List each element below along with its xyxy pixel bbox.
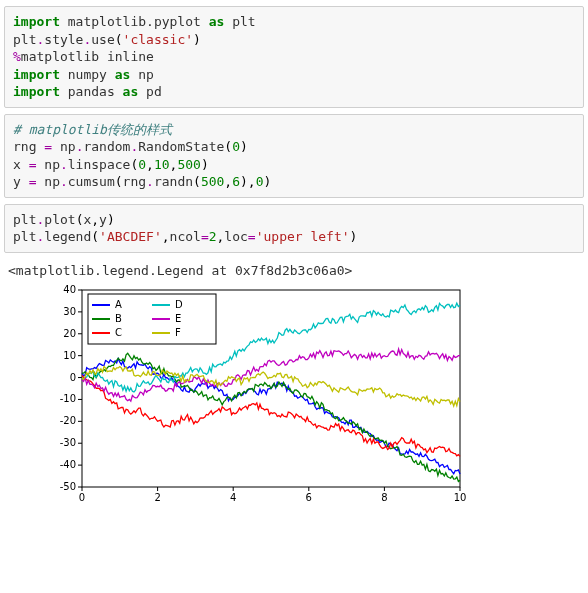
y-tick-label: 0 bbox=[70, 372, 76, 383]
var-rng: rng bbox=[13, 139, 36, 154]
x-tick-label: 10 bbox=[454, 492, 467, 503]
var-y: y bbox=[13, 174, 21, 189]
y-tick-label: -10 bbox=[60, 393, 76, 404]
y-tick-label: -20 bbox=[60, 415, 76, 426]
attr-linspace: linspace bbox=[68, 157, 131, 172]
str-classic: 'classic' bbox=[123, 32, 193, 47]
attr-randn: randn bbox=[154, 174, 193, 189]
x-tick-label: 2 bbox=[154, 492, 160, 503]
name-plt2: plt bbox=[13, 212, 36, 227]
name-plt: plt bbox=[13, 32, 36, 47]
lit-500: 500 bbox=[201, 174, 224, 189]
attr-plot: plot bbox=[44, 212, 75, 227]
lit-6: 6 bbox=[232, 174, 240, 189]
lit-b: 10 bbox=[154, 157, 170, 172]
y-tick-label: -50 bbox=[60, 481, 76, 492]
kw-as-3: as bbox=[123, 84, 139, 99]
attr-random: random bbox=[83, 139, 130, 154]
mod-mpl: matplotlib.pyplot bbox=[68, 14, 201, 29]
name-rng: rng bbox=[123, 174, 146, 189]
legend-label-A: A bbox=[115, 299, 122, 310]
magic-percent: % bbox=[13, 49, 21, 64]
x-tick-label: 8 bbox=[381, 492, 387, 503]
mod-pandas: pandas bbox=[68, 84, 115, 99]
attr-legend: legend bbox=[44, 229, 91, 244]
x-tick-label: 0 bbox=[79, 492, 85, 503]
kw-as: as bbox=[209, 14, 225, 29]
y-tick-label: 10 bbox=[63, 350, 76, 361]
lit-0: 0 bbox=[232, 139, 240, 154]
y-tick-label: -30 bbox=[60, 437, 76, 448]
kw-loc: loc bbox=[224, 229, 247, 244]
kw-import-2: import bbox=[13, 67, 60, 82]
lit-0b: 0 bbox=[256, 174, 264, 189]
lit-2: 2 bbox=[209, 229, 217, 244]
attr-randomstate: RandomState bbox=[138, 139, 224, 154]
name-np: np bbox=[60, 139, 76, 154]
x-tick-label: 6 bbox=[306, 492, 312, 503]
alias-pd: pd bbox=[146, 84, 162, 99]
legend-label-F: F bbox=[175, 327, 181, 338]
kw-import-3: import bbox=[13, 84, 60, 99]
var-x: x bbox=[13, 157, 21, 172]
output-repr: <matplotlib.legend.Legend at 0x7f8d2b3c0… bbox=[0, 259, 588, 280]
arg-x: x bbox=[83, 212, 91, 227]
lit-a: 0 bbox=[138, 157, 146, 172]
mod-numpy: numpy bbox=[68, 67, 107, 82]
legend-label-E: E bbox=[175, 313, 181, 324]
alias-np: np bbox=[138, 67, 154, 82]
kw-ncol: ncol bbox=[170, 229, 201, 244]
code-cell-3[interactable]: plt.plot(x,y) plt.legend('ABCDEF',ncol=2… bbox=[4, 204, 584, 253]
alias-plt: plt bbox=[232, 14, 255, 29]
line-chart: -50-40-30-20-100102030400246810ABCDEF bbox=[40, 282, 470, 507]
legend-label-D: D bbox=[175, 299, 183, 310]
y-tick-label: 40 bbox=[63, 284, 76, 295]
str-abcdef: 'ABCDEF' bbox=[99, 229, 162, 244]
x-tick-label: 4 bbox=[230, 492, 236, 503]
series-B bbox=[82, 353, 460, 481]
attr-style: style bbox=[44, 32, 83, 47]
arg-y: y bbox=[99, 212, 107, 227]
magic-body: matplotlib inline bbox=[21, 49, 154, 64]
legend-label-C: C bbox=[115, 327, 122, 338]
name-np3: np bbox=[44, 174, 60, 189]
attr-cumsum: cumsum bbox=[68, 174, 115, 189]
name-plt3: plt bbox=[13, 229, 36, 244]
legend-label-B: B bbox=[115, 313, 122, 324]
lit-c: 500 bbox=[177, 157, 200, 172]
name-np2: np bbox=[44, 157, 60, 172]
kw-import: import bbox=[13, 14, 60, 29]
chart-output: -50-40-30-20-100102030400246810ABCDEF bbox=[40, 282, 470, 507]
code-cell-1[interactable]: import matplotlib.pyplot as plt plt.styl… bbox=[4, 6, 584, 108]
kw-as-2: as bbox=[115, 67, 131, 82]
comment-line: # matplotlib传统的样式 bbox=[13, 122, 172, 137]
attr-use: use bbox=[91, 32, 114, 47]
str-upperleft: 'upper left' bbox=[256, 229, 350, 244]
y-tick-label: -40 bbox=[60, 459, 76, 470]
y-tick-label: 20 bbox=[63, 328, 76, 339]
code-cell-2[interactable]: # matplotlib传统的样式 rng = np.random.Random… bbox=[4, 114, 584, 198]
y-tick-label: 30 bbox=[63, 306, 76, 317]
